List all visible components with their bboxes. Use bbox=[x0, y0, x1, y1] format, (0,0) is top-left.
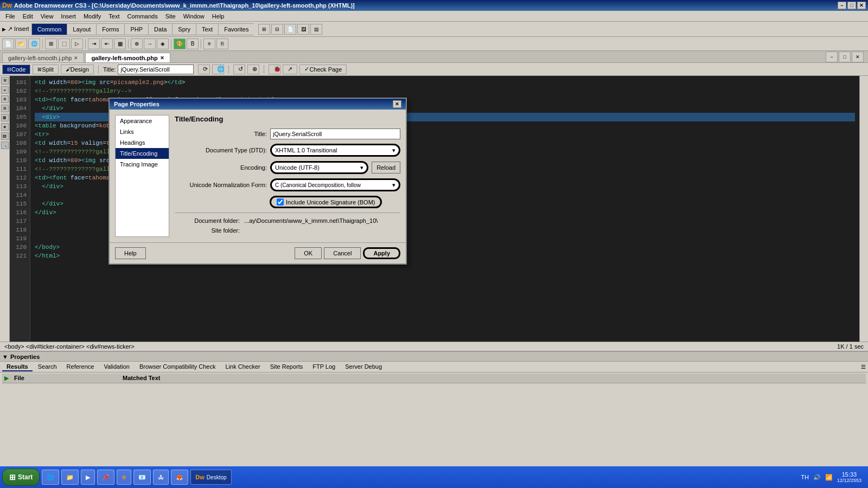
insert-tab-layout[interactable]: Layout bbox=[67, 23, 96, 35]
outdent-btn[interactable]: ⇤ bbox=[101, 38, 113, 49]
debug-btn[interactable]: 🐞 bbox=[269, 65, 280, 74]
link-checker-tab[interactable]: Link Checker bbox=[221, 363, 264, 371]
insert-tab-data[interactable]: Data bbox=[148, 23, 172, 35]
sidebar-icon-4[interactable]: ⊞ bbox=[1, 105, 9, 112]
minimize-button[interactable]: − bbox=[838, 2, 846, 9]
tab-minimize-btn[interactable]: − bbox=[826, 52, 838, 62]
dialog-title-input[interactable] bbox=[270, 129, 400, 139]
split-view-btn[interactable]: ⊠ Split bbox=[33, 65, 58, 74]
server-debug-tab[interactable]: Server Debug bbox=[341, 363, 386, 371]
bom-checkbox[interactable] bbox=[277, 198, 284, 206]
taskbar-item-chrome[interactable]: ⊕ bbox=[117, 470, 131, 485]
copy-btn[interactable]: ⎘ bbox=[216, 38, 228, 49]
category-headings[interactable]: Headings bbox=[116, 137, 169, 148]
format-btn-1[interactable]: B bbox=[187, 38, 199, 49]
search-icon[interactable]: 🔍 bbox=[1, 142, 9, 149]
refresh-btn2[interactable]: ↺ bbox=[233, 65, 245, 74]
taskbar-item-folder[interactable]: 📁 bbox=[61, 470, 79, 485]
insert-tab-forms[interactable]: Forms bbox=[96, 23, 124, 35]
browser-btn[interactable]: ⊕ bbox=[247, 65, 259, 74]
normalization-select[interactable]: C (Canonical Decomposition, follow ▾ bbox=[270, 178, 400, 191]
menu-insert[interactable]: Insert bbox=[58, 12, 79, 21]
align-btn[interactable]: ≡ bbox=[203, 38, 215, 49]
ftp-log-tab[interactable]: FTP Log bbox=[308, 363, 340, 371]
globe-btn[interactable]: 🌐 bbox=[212, 65, 224, 74]
menu-commands[interactable]: Commands bbox=[124, 12, 161, 21]
dtd-select[interactable]: XHTML 1.0 Transitional ▾ bbox=[270, 144, 400, 157]
ok-button[interactable]: OK bbox=[295, 247, 322, 259]
menu-modify[interactable]: Modify bbox=[80, 12, 104, 21]
category-links[interactable]: Links bbox=[116, 126, 169, 137]
run-icon[interactable]: ▶ bbox=[4, 375, 9, 382]
refresh-btn[interactable]: ⟳ bbox=[198, 65, 210, 74]
browser-compat-tab[interactable]: Browser Compatibility Check bbox=[135, 363, 220, 371]
menu-window[interactable]: Window bbox=[180, 12, 208, 21]
more-btn-3[interactable]: ◈ bbox=[157, 38, 169, 49]
indent-btn[interactable]: ⇥ bbox=[88, 38, 100, 49]
category-title-encoding[interactable]: Title/Encoding bbox=[116, 148, 169, 159]
validate-btn[interactable]: ↗ bbox=[283, 65, 297, 74]
reference-tab[interactable]: Reference bbox=[62, 363, 99, 371]
open-btn[interactable]: 📂 bbox=[15, 38, 27, 49]
toolbar-icon-5[interactable]: ▤ bbox=[310, 24, 322, 35]
toolbar-icon-2[interactable]: ⊟ bbox=[271, 24, 283, 35]
sidebar-icon-3[interactable]: ⊕ bbox=[1, 95, 9, 103]
design-view-btn[interactable]: 🖌 Design bbox=[61, 65, 94, 74]
taskbar-item-thunderbird[interactable]: 📧 bbox=[133, 470, 151, 485]
more-btn-2[interactable]: → bbox=[144, 38, 156, 49]
taskbar-item-explorer[interactable]: 🌐 bbox=[42, 470, 59, 485]
taskbar-item-dw[interactable]: Dw Desktop bbox=[190, 470, 231, 485]
page-title-input[interactable] bbox=[118, 65, 194, 74]
taskbar-item-network[interactable]: 🖧 bbox=[153, 470, 169, 485]
help-button[interactable]: Help bbox=[115, 247, 146, 259]
start-button[interactable]: ⊞ Start bbox=[2, 468, 40, 486]
properties-header[interactable]: ▼ Properties bbox=[0, 352, 868, 362]
media-btn[interactable]: ▷ bbox=[71, 38, 83, 49]
menu-help[interactable]: Help bbox=[209, 12, 228, 21]
menu-view[interactable]: View bbox=[37, 12, 57, 21]
search-tab[interactable]: Search bbox=[34, 363, 61, 371]
tab-close-btn[interactable]: ✕ bbox=[852, 52, 864, 62]
menu-edit[interactable]: Edit bbox=[20, 12, 36, 21]
encoding-select[interactable]: Unicode (UTF-8) ▾ bbox=[270, 161, 368, 174]
maximize-button[interactable]: □ bbox=[847, 2, 856, 9]
color-btn[interactable]: 🎨 bbox=[174, 38, 186, 49]
tab-file-2-close[interactable]: ✕ bbox=[160, 55, 164, 61]
sidebar-icon-5[interactable]: ▦ bbox=[1, 114, 9, 121]
sidebar-icon-1[interactable]: ⚒ bbox=[1, 77, 9, 85]
sidebar-icon-6[interactable]: ◈ bbox=[1, 123, 9, 131]
sidebar-icon-7[interactable]: 🖼 bbox=[1, 132, 9, 140]
menu-text[interactable]: Text bbox=[105, 12, 123, 21]
code-view-btn[interactable]: ⊟ Code bbox=[2, 65, 30, 74]
results-tab[interactable]: Results bbox=[2, 363, 33, 371]
insert-tab-text[interactable]: Text bbox=[196, 23, 218, 35]
dialog-close-button[interactable]: ✕ bbox=[393, 100, 401, 108]
tab-file-1-close[interactable]: ✕ bbox=[74, 55, 78, 61]
toolbar-icon-3[interactable]: 📄 bbox=[284, 24, 296, 35]
tab-file-2[interactable]: gallery-left-smooth.php ✕ bbox=[85, 53, 170, 62]
insert-div-btn[interactable]: ▦ bbox=[114, 38, 126, 49]
panel-options-btn[interactable]: ☰ bbox=[861, 364, 866, 370]
network-tray-icon[interactable]: 📶 bbox=[825, 474, 833, 481]
menu-file[interactable]: File bbox=[2, 12, 18, 21]
tab-maximize-btn[interactable]: □ bbox=[839, 52, 851, 62]
tab-file-1[interactable]: gallery-left-smooth.j.php ✕ bbox=[2, 53, 84, 62]
taskbar-item-pin[interactable]: 📌 bbox=[97, 470, 114, 485]
validation-tab[interactable]: Validation bbox=[99, 363, 134, 371]
insert-tab-spry[interactable]: Spry bbox=[172, 23, 196, 35]
category-appearance[interactable]: Appearance bbox=[116, 115, 169, 126]
sidebar-icon-2[interactable]: ≡ bbox=[1, 86, 9, 94]
apply-button[interactable]: Apply bbox=[363, 247, 400, 259]
reload-button[interactable]: Reload bbox=[372, 162, 400, 174]
cancel-button[interactable]: Cancel bbox=[324, 247, 361, 259]
close-button[interactable]: ✕ bbox=[857, 2, 866, 9]
toolbar-icon-1[interactable]: ⊞ bbox=[258, 24, 270, 35]
site-reports-tab[interactable]: Site Reports bbox=[266, 363, 308, 371]
table-btn[interactable]: ⊞ bbox=[45, 38, 57, 49]
menu-site[interactable]: Site bbox=[162, 12, 179, 21]
more-btn-1[interactable]: ⊕ bbox=[131, 38, 143, 49]
insert-tab-php[interactable]: PHP bbox=[124, 23, 148, 35]
new-btn[interactable]: 📄 bbox=[2, 38, 14, 49]
taskbar-item-firefox[interactable]: 🦊 bbox=[171, 470, 188, 485]
toolbar-icon-4[interactable]: 🖼 bbox=[297, 24, 309, 35]
